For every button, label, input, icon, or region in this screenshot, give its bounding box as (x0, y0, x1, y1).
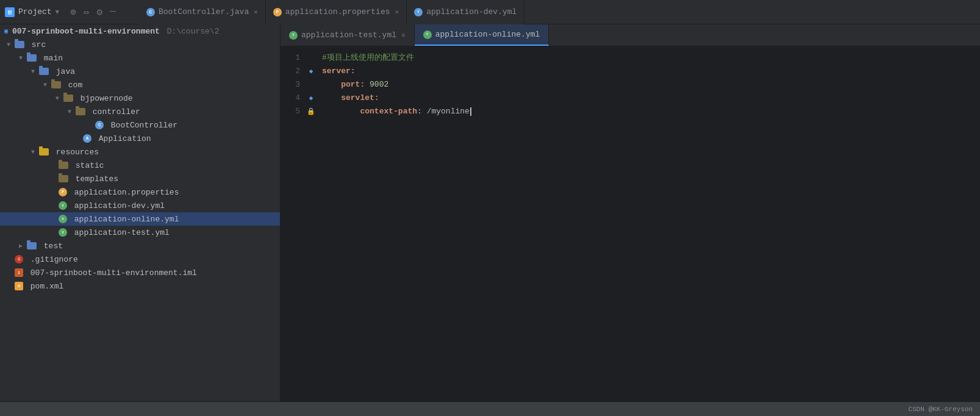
tree-item-app-test[interactable]: Y application-test.yml (0, 226, 280, 239)
tree-item-app-online[interactable]: Y application-online.yml (0, 212, 280, 226)
label-templates: templates (71, 174, 118, 184)
tree-item-controller[interactable]: ▼ controller (0, 105, 280, 118)
tree-item-java[interactable]: ▼ java (0, 65, 280, 78)
spacer-app-online (49, 216, 56, 223)
project-path: D:\course\2 (162, 27, 220, 36)
line5-indent (322, 105, 360, 118)
tab-close-button[interactable]: ✕ (254, 8, 258, 16)
spacer (85, 122, 93, 129)
tree-item-static[interactable]: static (0, 159, 280, 172)
spacer-git (5, 256, 12, 263)
line1-comment: #项目上线使用的配置文件 (322, 51, 414, 65)
tree-item-templates[interactable]: templates (0, 172, 280, 185)
collapse-icon[interactable]: ⇔ (84, 6, 90, 18)
arrow-bjpowernode: ▼ (54, 95, 61, 102)
arrow-java: ▼ (29, 68, 37, 75)
spacer-app-test (49, 229, 56, 236)
label-app-props: application.properties (70, 188, 179, 197)
folder-icon-src (15, 41, 24, 48)
line4-indent (322, 91, 341, 105)
tab-application-dev[interactable]: Y application-dev.yml (407, 0, 524, 24)
code-editor[interactable]: 1 2 3 4 5 ◆ ◆ 🔒 #项目上线使用的配置文件 (281, 46, 980, 401)
spacer-app-dev (49, 203, 56, 209)
yml-icon-tab-test: Y (289, 31, 298, 40)
editor-tabs-top: C BootController.java ✕ P application.pr… (139, 0, 975, 24)
label-src: src (27, 40, 46, 49)
tree-item-app-props[interactable]: P application.properties (0, 185, 280, 199)
line-numbers: 1 2 3 4 5 (281, 51, 305, 396)
tab-boot-controller[interactable]: C BootController.java ✕ (139, 0, 266, 24)
tree-item-resources[interactable]: ▼ resources (0, 145, 280, 159)
label-gitignore: .gitignore (26, 255, 78, 264)
tab-application-online[interactable]: Y application-online.yml (415, 24, 549, 46)
tree-item-bootcontroller[interactable]: C BootController (0, 118, 280, 132)
project-dropdown-arrow[interactable]: ▼ (55, 9, 60, 16)
label-app-dev: application-dev.yml (70, 201, 165, 210)
tab-test-close[interactable]: ✕ (401, 31, 406, 39)
main-content: ▣ 007-sprinboot-multi-environment D:\cou… (0, 24, 980, 401)
project-name: 007-sprinboot-multi-environment (12, 27, 160, 36)
tree-item-application[interactable]: A Application (0, 132, 280, 145)
folder-icon-templates (59, 175, 68, 182)
tree-item-iml[interactable]: I 007-sprinboot-multi-environment.iml (0, 266, 280, 279)
arrow-src: ▼ (5, 41, 12, 48)
line3-indent (322, 78, 341, 91)
line4-servlet: servlet: (341, 91, 379, 105)
folder-icon-static (59, 162, 68, 169)
line5-space (422, 105, 427, 118)
label-resources: resources (51, 148, 99, 157)
java-icon-bootcontroller: C (95, 121, 104, 129)
iml-icon: I (15, 268, 23, 277)
tree-item-test[interactable]: ▶ test (0, 239, 280, 253)
spacer-pom (5, 283, 12, 290)
tab-close-button[interactable]: ✕ (395, 8, 399, 16)
label-bjpowernode: bjpowernode (76, 94, 133, 103)
label-app-test: application-test.yml (70, 228, 170, 237)
spacer-app-props (49, 189, 56, 196)
tree-item-bjpowernode[interactable]: ▼ bjpowernode (0, 91, 280, 105)
folder-icon-java (39, 68, 49, 75)
tree-item-main[interactable]: ▼ main (0, 51, 280, 65)
yml-icon-tab-online: Y (423, 30, 432, 39)
code-line-5: context-path: /myonline (322, 105, 975, 118)
code-line-1: #项目上线使用的配置文件 (322, 51, 975, 65)
project-icon: ▤ (5, 7, 15, 17)
label-controller: controller (88, 107, 140, 117)
tab-application-properties[interactable]: P application.properties ✕ (266, 0, 407, 24)
label-test: test (39, 242, 63, 251)
label-application: Application (94, 134, 151, 143)
tree-item-pom[interactable]: M pom.xml (0, 279, 280, 293)
project-root[interactable]: ▣ 007-sprinboot-multi-environment D:\cou… (0, 24, 280, 38)
title-bar: ▤ Project ▼ ⊕ ⇔ ⚙ — C BootController.jav… (0, 0, 980, 24)
label-com: com (63, 81, 82, 90)
arrow-com: ▼ (41, 82, 49, 88)
folder-icon-test (27, 242, 37, 249)
yml-icon-test: Y (59, 228, 67, 237)
props-file-icon: P (273, 8, 282, 16)
line2-server: server: (322, 65, 356, 78)
tree-item-com[interactable]: ▼ com (0, 78, 280, 91)
tree-item-app-dev[interactable]: Y application-dev.yml (0, 199, 280, 212)
project-label[interactable]: Project (18, 7, 52, 16)
gutter: ◆ ◆ 🔒 (305, 51, 317, 396)
line5-contextpath-val: /myonline (427, 105, 470, 118)
code-line-3: port: 9002 (322, 78, 975, 91)
folder-icon-controller (76, 108, 85, 115)
sidebar: ▣ 007-sprinboot-multi-environment D:\cou… (0, 24, 281, 401)
add-icon[interactable]: ⊕ (70, 6, 76, 18)
tree-item-src[interactable]: ▼ src (0, 38, 280, 51)
settings-icon[interactable]: ⚙ (97, 6, 103, 18)
tab-application-test[interactable]: Y application-test.yml ✕ (281, 24, 415, 46)
tree-item-gitignore[interactable]: G .gitignore (0, 253, 280, 266)
spacer-static (49, 162, 56, 169)
props-icon: P (59, 188, 67, 196)
code-line-4: servlet: (322, 91, 975, 105)
minimize-icon[interactable]: — (110, 6, 116, 18)
tab-label: BootController.java (159, 7, 249, 16)
folder-icon-bjpowernode (63, 95, 73, 102)
code-content[interactable]: #项目上线使用的配置文件 server: port: 9002 servl (317, 51, 980, 396)
spacer2 (73, 135, 80, 142)
label-main: main (39, 54, 63, 63)
yml-file-icon: Y (414, 8, 423, 16)
arrow-resources: ▼ (29, 149, 37, 156)
